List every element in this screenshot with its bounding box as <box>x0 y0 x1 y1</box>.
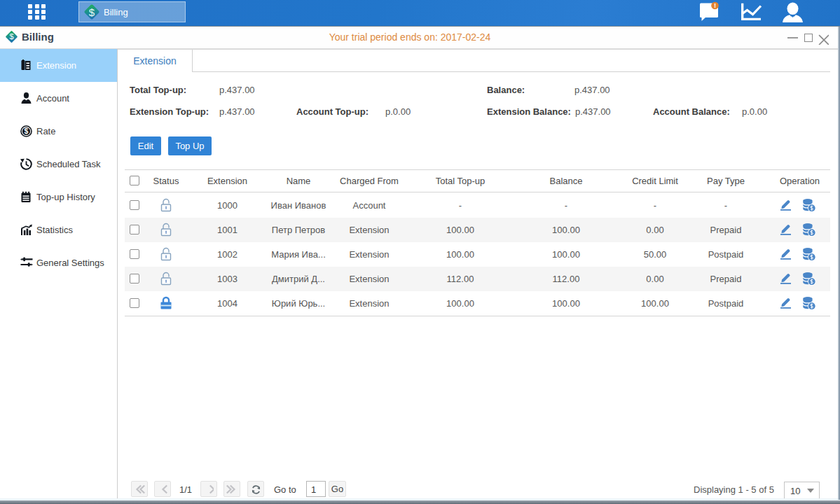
svg-text:$: $ <box>89 6 95 18</box>
svg-text:$: $ <box>25 127 29 135</box>
svg-text:!: ! <box>714 1 716 9</box>
